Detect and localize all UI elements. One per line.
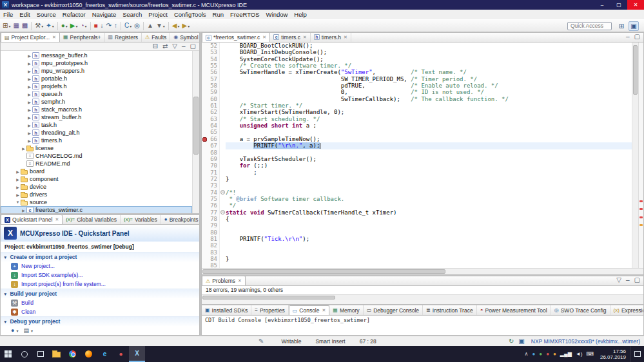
tab-freertos-swtimer-c[interactable]: c*freertos_swtimer.c✕ (202, 33, 270, 42)
tab-installed-sdks[interactable]: ▣Installed SDKs (202, 305, 251, 315)
tray-app-red-icon[interactable]: ● (546, 351, 549, 357)
volume-icon[interactable]: ◄) (576, 351, 583, 357)
code-text[interactable]: } (226, 256, 632, 262)
search-button[interactable]: ◎ (133, 21, 141, 31)
close-tab-icon[interactable]: ✕ (238, 278, 242, 283)
explorer-scrollbar[interactable] (192, 51, 199, 213)
next-annotation-button[interactable]: ▼▾ (155, 21, 166, 31)
taskbar-clock[interactable]: 17:56 26.07.2019 (596, 346, 630, 362)
new-project-wizard-button[interactable]: ✦▾ (44, 21, 55, 31)
last-edit-location-button[interactable]: ▲ (146, 21, 155, 31)
step-over-button[interactable]: ↷ (105, 21, 113, 31)
debug-probe-button[interactable]: ▣ (517, 336, 525, 347)
tree-item-message-buffer-h[interactable]: ▶hmessage_buffer.h (1, 52, 192, 59)
code-text[interactable]: /*! (226, 189, 632, 196)
edge-button[interactable]: e (97, 346, 113, 362)
tab-project-explor[interactable]: ▤Project Explor...✕ (1, 33, 60, 42)
app-red-button[interactable]: ● (113, 346, 129, 362)
expander-icon[interactable]: ▶ (26, 92, 32, 97)
close-tab-icon[interactable]: ✕ (303, 35, 307, 40)
expander-icon[interactable]: ▶ (26, 131, 32, 135)
tree-item-readme-md[interactable]: ≡README.md (1, 160, 192, 167)
code-text[interactable] (226, 229, 632, 236)
scrollbar-thumb[interactable] (633, 45, 638, 95)
launch-configurations-button[interactable]: ▤▾ (23, 327, 33, 334)
tab-debugger-console[interactable]: ▭Debugger Console (364, 305, 423, 315)
expander-icon[interactable]: ▼ (15, 200, 21, 204)
link-new-project[interactable]: +New project... (1, 262, 199, 271)
tree-item-component[interactable]: ▶component (1, 175, 192, 183)
code-text[interactable]: SW_TIMER_PERIOD_MS, /* Timer period. */ (226, 76, 632, 82)
expander-icon[interactable]: ▶ (26, 61, 32, 66)
quick-access-box[interactable]: Quick Access (567, 22, 612, 30)
section-header-build-your-project[interactable]: ▼Build your project (1, 289, 199, 298)
section-header-debug-your-project[interactable]: ▼Debug your project (1, 316, 199, 326)
close-tab-icon[interactable]: ✕ (344, 35, 347, 40)
tab-timers-c[interactable]: ctimers.c✕ (270, 33, 311, 42)
code-text[interactable]: 0, /* ID is not used. */ (226, 89, 632, 95)
tree-item-queue-h[interactable]: ▶hqueue.h (1, 90, 192, 98)
code-text[interactable]: SwTimerHandle = xTimerCreate("SwTimer", … (226, 69, 632, 75)
code-text[interactable]: { (226, 216, 632, 222)
tree-item-timers-h[interactable]: ▶htimers.h (1, 137, 192, 144)
menu-navigate[interactable]: Navigate (89, 11, 120, 18)
scrollbar-thumb[interactable] (193, 97, 199, 155)
tree-item-portable-h[interactable]: ▶hportable.h (1, 75, 192, 82)
code-text[interactable]: a = prvSampleTimeNow(); (226, 136, 632, 142)
profile-button[interactable]: ◔▾ (79, 21, 88, 31)
editor-vscrollbar[interactable] (632, 43, 638, 268)
tray-app-blue-icon[interactable]: ● (532, 351, 535, 357)
problems-hscrollbar[interactable] (202, 294, 643, 300)
code-text[interactable]: /* Create the software timer. */ (226, 62, 632, 69)
code-text[interactable] (226, 129, 632, 135)
overview-ruler[interactable] (638, 43, 643, 268)
expander-icon[interactable]: ▶ (15, 177, 21, 182)
code-text[interactable]: * @brief Software timer callback. (226, 196, 632, 202)
tab-faults[interactable]: ⚠Faults (142, 33, 170, 42)
terminate-button[interactable]: ■ (93, 21, 99, 31)
debug-launch-button[interactable]: ●▾ (11, 327, 18, 334)
link-clean[interactable]: ✱Clean (1, 307, 199, 316)
target-device-link[interactable]: NXP MIMXRT1052xxxxB* (evkbimx...wtimer) (531, 338, 640, 345)
link-build[interactable]: ⚒Build (1, 298, 199, 307)
section-header-create-or-import-a-project[interactable]: ▼Create or import a project (1, 252, 199, 262)
tab-instruction-trace[interactable]: ≣Instruction Trace (423, 305, 477, 315)
mcuxpresso-button[interactable]: X (129, 346, 145, 362)
code-text[interactable]: SystemCoreClockUpdate(); (226, 56, 632, 62)
minimize-button[interactable]: – (625, 276, 631, 285)
tree-item-board[interactable]: ▶board (1, 167, 192, 175)
expander-icon[interactable]: ▶ (26, 115, 32, 120)
editor-hscrollbar[interactable] (202, 268, 643, 274)
expander-icon[interactable]: ▶ (26, 100, 32, 104)
code-text[interactable]: xTimerStart(SwTimerHandle, 0); (226, 109, 632, 115)
expander-icon[interactable]: ▶ (21, 208, 26, 213)
code-text[interactable]: BOARD_InitDebugConsole(); (226, 49, 632, 55)
tree-item-source[interactable]: ▼source (1, 198, 192, 206)
code-text[interactable] (226, 149, 632, 156)
code-text[interactable]: } (226, 176, 632, 182)
close-tab-icon[interactable]: ✕ (52, 35, 56, 40)
tree-item-mpu-wrappers-h[interactable]: ▶hmpu_wrappers.h (1, 67, 192, 75)
step-return-button[interactable]: ↑ (113, 21, 119, 31)
tree-item-stream-buffer-h[interactable]: ▶hstream_buffer.h (1, 113, 192, 121)
maximize-button[interactable]: ▢ (189, 41, 197, 52)
step-into-button[interactable]: ↓ (99, 21, 105, 31)
tray-app-orange-icon[interactable]: ● (553, 351, 556, 357)
code-text[interactable] (226, 262, 632, 268)
new-c-project-button[interactable]: C▾ (123, 21, 133, 31)
code-text[interactable]: ; (226, 169, 632, 176)
refresh-button[interactable]: ↻ (507, 336, 515, 347)
menu-search[interactable]: Search (119, 11, 145, 18)
close-tab-icon[interactable]: ✕ (262, 35, 266, 40)
code-text[interactable]: BOARD_BootClockRUN(); (226, 43, 632, 49)
tab-properties[interactable]: ≡Properties (251, 305, 288, 315)
tab-problems[interactable]: ⚠Problems✕ (202, 276, 246, 285)
maximize-button[interactable]: ▢ (610, 0, 627, 10)
close-tab-icon[interactable]: ✕ (322, 308, 326, 313)
code-text[interactable]: */ (226, 202, 632, 209)
minimize-button[interactable]: – (181, 41, 187, 52)
expander-icon[interactable]: ▶ (15, 193, 21, 197)
close-button[interactable]: ✕ (627, 0, 644, 10)
expander-icon[interactable]: ▶ (26, 123, 32, 128)
menu-window[interactable]: Window (263, 11, 291, 18)
